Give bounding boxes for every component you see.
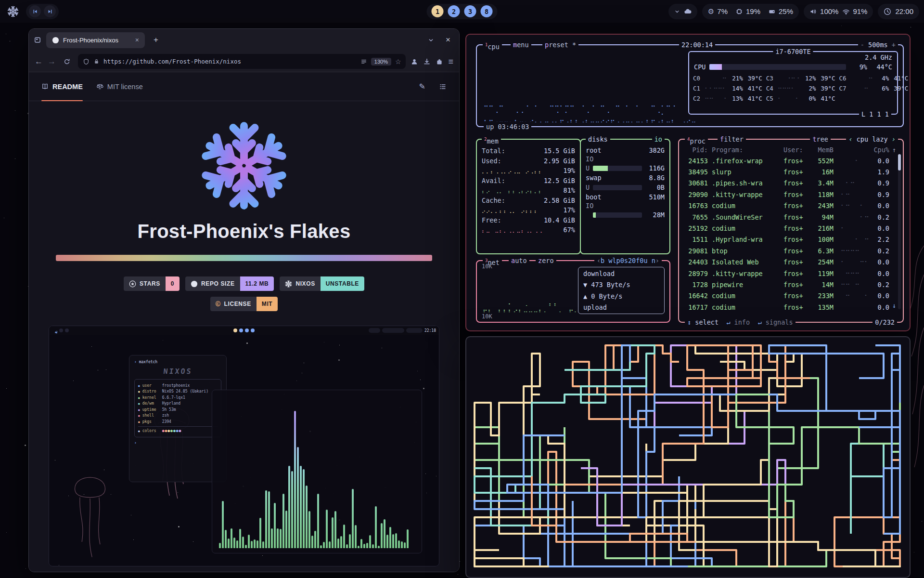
- process-row-1511[interactable]: 1511.Hyprland-wrafros+100M⠀⠀⠀⠂⠀⠒2.2: [685, 234, 896, 245]
- clock-widget[interactable]: 22:00: [878, 4, 919, 19]
- system-stats-widget[interactable]: ⚙7% 19% 25%: [702, 4, 799, 19]
- select-action[interactable]: select: [695, 318, 719, 326]
- process-row-24153[interactable]: 24153.firefox-wrapfros+552M⠀⠀⠀⠂⠀⠀0.0: [685, 155, 896, 166]
- fetch-bullet-icon: ●: [138, 390, 140, 393]
- workspace-button-1[interactable]: 1: [432, 5, 444, 17]
- process-row-16717[interactable]: 16717codiumfros+135M⠀⠀⠀⠀⠀⠀0.0: [685, 302, 896, 313]
- process-row-7655[interactable]: 7655.SoundWireSerfros+94M⠀⠀⠀⠀⠂⠒0.2: [685, 211, 896, 223]
- signals-action[interactable]: signals: [766, 318, 793, 326]
- tree-button[interactable]: tree: [810, 134, 831, 144]
- tab-bar: Frost-Phoenix/nixos × + ×: [29, 29, 459, 51]
- net-history-graph: ⠀⠀⠀⠀⠀⠄⠀⠀⢀⠀⠀⠀⠀⡄⡄⠀⠀⠀⠀⠄⢀⠀⠄⢀⠀⠀⠀⠀⡀⡀⡤⡄⠀⡄⡄⡄⡠⡄⣀⣀…: [483, 300, 579, 312]
- iface-next-icon[interactable]: ›: [655, 257, 659, 264]
- workspace-button-2[interactable]: 2: [448, 5, 460, 17]
- media-next-button[interactable]: [44, 5, 56, 17]
- proc-box-label[interactable]: 4proc: [685, 134, 708, 146]
- io-mode-button[interactable]: io: [652, 134, 665, 144]
- interval-plus-button[interactable]: +: [892, 41, 896, 49]
- process-row-38495[interactable]: 38495slurpfros+16M⠀⠀⠀⠀⠀⠀1.9: [685, 166, 896, 177]
- process-row-1728[interactable]: 1728pipewirefros+14M⠒⠒⠀⠒⠀⠀0.2: [685, 279, 896, 290]
- upload-label: upload: [583, 303, 659, 311]
- badge-repo-size[interactable]: REPO SIZE11.2 MB: [185, 276, 274, 291]
- nixos-menu-button[interactable]: [5, 3, 21, 20]
- chevron-down-icon: [674, 9, 680, 14]
- mini-starfield: [49, 326, 50, 327]
- media-prev-button[interactable]: [29, 5, 41, 17]
- tab-close-button[interactable]: ×: [135, 36, 139, 44]
- mem-box-label[interactable]: 2mem: [482, 134, 501, 146]
- scroll-down-icon[interactable]: ↓: [892, 302, 896, 309]
- process-row-25192[interactable]: 25192codiumfros+216M⠂⠀⠀⠀⠀⠀0.0: [685, 223, 896, 234]
- iface-prev-icon[interactable]: ‹: [597, 257, 601, 264]
- refresh-button[interactable]: [61, 55, 73, 68]
- interval-minus-button[interactable]: -: [860, 41, 864, 49]
- cpu-core-C7: C7⠀⠀⠀⠒⠀6%39°C: [839, 83, 909, 93]
- badge-license[interactable]: ©LICENSEMIT: [210, 297, 278, 311]
- process-row-29081[interactable]: 29081btopfros+6.3M⠒⠒⠒⠒⠀⠀0.2: [685, 245, 896, 256]
- scrollbar-thumb[interactable]: [898, 154, 901, 171]
- download-speed: ▼ 473 Byte/s: [583, 281, 659, 289]
- readme-screenshot-image[interactable]: 22:18 › maxfetch NIXOS ●userfrostphoenix…: [49, 326, 439, 566]
- sort-prev-icon[interactable]: ‹: [848, 135, 852, 143]
- zoom-level-badge[interactable]: 130%: [371, 58, 391, 66]
- tab-license[interactable]: MIT license: [96, 72, 143, 101]
- tab-readme[interactable]: README: [41, 72, 83, 101]
- gear-icon: ⚙: [708, 8, 714, 15]
- prompt-icon: ›: [134, 441, 137, 445]
- browser-tab[interactable]: Frost-Phoenix/nixos ×: [46, 32, 145, 48]
- process-row-16642[interactable]: 16642codiumfros+233M⠀⠒⠀⠀⠀⠂0.0: [685, 290, 896, 302]
- process-row-28979[interactable]: 28979.kitty-wrappefros+119M⠀⠒⠒⠒⠀⠀0.0: [685, 268, 896, 279]
- net-interface-selector[interactable]: ‹b wlp0s20f0u n›: [594, 256, 662, 265]
- menu-button[interactable]: menu: [511, 40, 531, 50]
- lock-icon[interactable]: [93, 58, 100, 65]
- reader-view-icon[interactable]: [360, 58, 367, 65]
- interval-value: 500ms: [868, 41, 888, 49]
- process-scrollbar[interactable]: [898, 154, 901, 309]
- new-tab-button[interactable]: +: [150, 34, 162, 46]
- btop-cpu-panel: 1cpu menu preset * 22:00:14 - 500ms + ⠒⠒…: [476, 44, 904, 127]
- badge-nixos[interactable]: NIXOSUNSTABLE: [280, 276, 364, 291]
- update-interval-control[interactable]: - 500ms +: [858, 40, 898, 50]
- bookmark-star-icon[interactable]: ☆: [395, 58, 401, 65]
- process-row-29090[interactable]: 29090.kitty-wrappefros+118M⠂⠒⠀⠀⠀⠀0.9: [685, 189, 896, 200]
- window-close-button[interactable]: ×: [442, 34, 454, 46]
- shield-icon[interactable]: [83, 58, 90, 65]
- scales-icon: [96, 83, 103, 90]
- process-header-row[interactable]: Pid: Program: User: MemB Cpu% ↑: [685, 144, 896, 155]
- net-auto-button[interactable]: auto: [509, 256, 529, 265]
- sort-selector[interactable]: ‹ cpu lazy ›: [846, 134, 898, 144]
- process-row-30681[interactable]: 30681.pipes.sh-wrafros+3.4M⠀⠂⠒⠀⠀⠀0.9: [685, 178, 896, 189]
- net-zero-button[interactable]: zero: [536, 256, 556, 265]
- info-action[interactable]: info: [734, 318, 750, 326]
- media-prev-icon: [32, 9, 38, 14]
- workspace-button-8[interactable]: 8: [481, 5, 493, 17]
- hamburger-menu-icon[interactable]: ≡: [448, 57, 453, 66]
- tab-list-button[interactable]: [424, 34, 437, 46]
- disks-box-label[interactable]: disks: [586, 134, 610, 144]
- snow-icon: [285, 280, 292, 288]
- audio-network-widget[interactable]: 100% 91%: [804, 4, 873, 19]
- forward-button[interactable]: →: [48, 57, 56, 66]
- filter-button[interactable]: filter: [718, 134, 746, 144]
- weather-widget[interactable]: [668, 4, 697, 19]
- download-icon[interactable]: [423, 58, 431, 66]
- firefox-view-icon[interactable]: [34, 36, 41, 44]
- sort-direction-icon: ↑: [889, 146, 896, 154]
- wifi-stat: 91%: [842, 7, 867, 15]
- cpu-core-panel: i7-6700TE 2.4 GHz CPU 9% 44°C C0⠀⠀⠀⠀⠒21%…: [688, 51, 898, 115]
- url-bar[interactable]: https://github.com/Frost-Phoenix/nixos 1…: [78, 54, 406, 69]
- preset-button[interactable]: preset *: [542, 40, 578, 50]
- cpu-box-label[interactable]: 1cpu: [483, 40, 502, 52]
- workspace-button-3[interactable]: 3: [464, 5, 476, 17]
- sort-next-icon[interactable]: ›: [892, 135, 896, 143]
- visualizer-bars: [219, 404, 415, 548]
- account-icon[interactable]: [411, 58, 418, 66]
- pencil-icon[interactable]: ✎: [419, 83, 425, 91]
- extensions-puzzle-icon[interactable]: [436, 58, 443, 66]
- process-row-16763[interactable]: 16763codiumfros+243M⠂⠒⠀⠀⠂⠀0.0: [685, 200, 896, 211]
- back-button[interactable]: ←: [35, 57, 43, 66]
- badge-stars[interactable]: STARS0: [124, 276, 180, 291]
- outline-icon[interactable]: [439, 83, 447, 91]
- repo-title: Frost-Phoenix's Flakes: [29, 221, 459, 242]
- process-row-24403[interactable]: 24403Isolated Webfros+254M⠂⠀⠀⠀⠒⠂0.0: [685, 257, 896, 268]
